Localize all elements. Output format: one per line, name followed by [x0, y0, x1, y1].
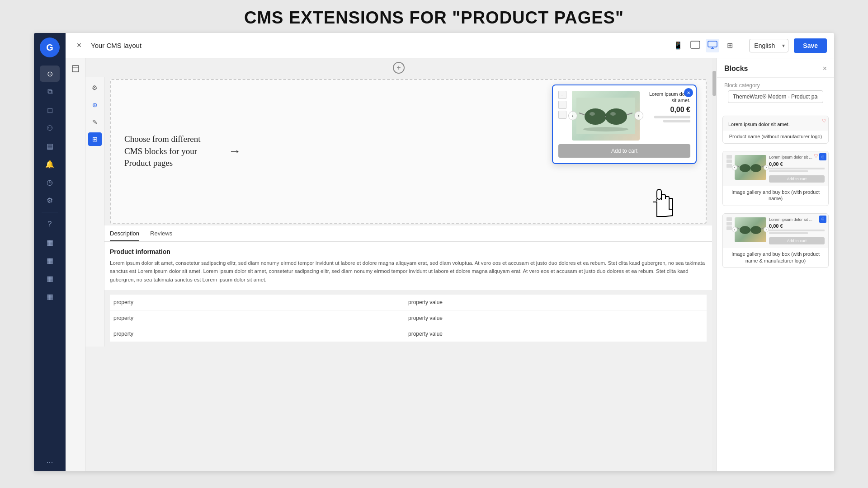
sidebar-item-store3[interactable]: ▦ — [40, 270, 60, 286]
canvas-add-icon[interactable]: ⊕ — [88, 98, 102, 112]
mini-product-image — [735, 155, 766, 180]
layout-panel — [66, 58, 85, 471]
sidebar-item-pages[interactable]: ◻ — [40, 102, 60, 118]
product-image-area: ‹ › — [572, 91, 640, 141]
block-preview-3: ‹ › Lorem ipsum dolor sit ... 0,00 € Add… — [723, 214, 828, 249]
annotation-arrow: → — [228, 144, 241, 159]
block-label-3: Image gallery and buy box (with product … — [723, 248, 828, 267]
main-container: G ⊙ ⧉ ◻ ⚇ ▤ 🔔 ◷ ⚙ ? ▦ — [34, 33, 834, 471]
users-icon: ⚇ — [47, 124, 53, 132]
svg-rect-17 — [665, 197, 669, 209]
sidebar-item-help[interactable]: ? — [40, 216, 60, 232]
mini-controls-3 — [726, 217, 732, 230]
canvas-scrollbar[interactable] — [712, 58, 717, 471]
dashboard-icon: ⊙ — [47, 70, 53, 78]
product-card-controls: ·· ·· ·· — [558, 91, 566, 141]
sidebar-item-users[interactable]: ⚇ — [40, 120, 60, 136]
grid-viewport-button[interactable]: ⊞ — [723, 39, 736, 52]
mini-nav-right-3[interactable]: › — [764, 227, 769, 232]
svg-point-27 — [740, 226, 750, 234]
svg-point-8 — [605, 108, 627, 125]
mini-info-3: Lorem ipsum dolor sit ... 0,00 € Add to … — [769, 217, 825, 245]
add-block-button[interactable]: + — [393, 62, 405, 74]
svg-rect-0 — [691, 41, 700, 48]
mini-image-container-3: ‹ › — [735, 217, 766, 242]
desktop-icon — [708, 41, 717, 51]
image-nav-right[interactable]: › — [634, 111, 643, 120]
scrollbar-thumb[interactable] — [712, 71, 716, 96]
canvas-selected-icon[interactable]: ⊞ — [88, 132, 102, 146]
grid-icon: ⊞ — [727, 41, 733, 50]
language-selector[interactable]: English German French — [749, 39, 788, 52]
block-category-select[interactable]: ThemeWare® Modern - Product page — [728, 90, 823, 103]
block-label-2: Image gallery and buy box (with product … — [723, 186, 828, 206]
properties-table: property property value property propert… — [110, 295, 707, 342]
sidebar-item-layers[interactable]: ⧉ — [40, 84, 60, 100]
top-bar: × Your CMS layout 📱 — [66, 33, 834, 58]
sidebar-item-store4[interactable]: ▦ — [40, 288, 60, 305]
store3-icon: ▦ — [47, 274, 53, 283]
prop-name-2: property — [113, 315, 408, 321]
sidebar-item-settings[interactable]: ⚙ — [40, 192, 60, 208]
block-item-gallery-buybox[interactable]: ‹ › Lorem ipsum dolor sit ... 0,00 € Add… — [722, 151, 829, 206]
sidebar-item-marketing[interactable]: 🔔 — [40, 156, 60, 172]
desktop-viewport-button[interactable] — [706, 39, 719, 52]
tablet-viewport-button[interactable] — [689, 39, 702, 52]
mini-line-3b — [769, 232, 808, 234]
mini-line-3a — [769, 230, 825, 231]
block-item-product-name[interactable]: Lorem ipsum dolor sit amet. ♡ Product na… — [722, 116, 829, 144]
mini-price-3: 0,00 € — [769, 223, 825, 229]
layout-panel-icon[interactable] — [69, 62, 82, 75]
canvas-main-area: Choose from differentCMS blocks for your… — [104, 77, 712, 347]
sidebar-item-analytics[interactable]: ◷ — [40, 174, 60, 190]
save-button[interactable]: Save — [794, 38, 827, 53]
block-category-wrapper: ThemeWare® Modern - Product page — [722, 90, 829, 108]
canvas-edit-icon[interactable]: ✎ — [88, 115, 102, 129]
prop-name-1: property — [113, 299, 408, 305]
detail-line-2 — [663, 120, 690, 122]
ctrl-btn-1[interactable]: ·· — [558, 91, 566, 99]
blocks-close-button[interactable]: × — [823, 65, 827, 73]
blocks-panel-header: Blocks × — [717, 58, 834, 78]
tab-description[interactable]: Description — [110, 230, 139, 241]
canvas-add-row: + — [85, 58, 712, 77]
mini-nav-left-2[interactable]: ‹ — [732, 165, 737, 170]
sidebar-divider — [42, 212, 58, 212]
mini-controls — [726, 155, 732, 168]
product-name: Lorem ipsum dolor sit amet. — [645, 91, 690, 104]
sidebar-logo[interactable]: G — [40, 38, 60, 57]
sidebar-more[interactable]: ··· — [46, 457, 53, 467]
sidebar-item-content[interactable]: ▤ — [40, 138, 60, 154]
tab-reviews[interactable]: Reviews — [150, 230, 172, 241]
table-row: property property value — [110, 295, 707, 310]
product-section: Choose from differentCMS blocks for your… — [110, 79, 707, 224]
product-detail-lines — [645, 116, 690, 122]
prop-value-3: property value — [408, 331, 703, 337]
block-item-gallery-manufacturer[interactable]: ‹ › Lorem ipsum dolor sit ... 0,00 € Add… — [722, 213, 829, 268]
block-preview-2: ‹ › Lorem ipsum dolor sit ... 0,00 € Add… — [723, 151, 828, 186]
close-icon: × — [77, 41, 82, 50]
canvas-settings-icon[interactable]: ⚙ — [88, 81, 102, 94]
card-close-button[interactable]: ✕ — [684, 88, 693, 97]
sidebar-item-store1[interactable]: ▦ — [40, 234, 60, 250]
mini-nav-right-2[interactable]: › — [764, 165, 769, 170]
ctrl-btn-3[interactable]: ·· — [558, 111, 566, 119]
content-icon: ▤ — [47, 142, 53, 150]
image-nav-left[interactable]: ‹ — [568, 111, 577, 120]
add-to-cart-button[interactable]: Add to cart — [558, 144, 690, 158]
mini-price-2: 0,00 € — [769, 161, 825, 167]
close-button[interactable]: × — [73, 39, 85, 52]
left-sidebar: G ⊙ ⧉ ◻ ⚇ ▤ 🔔 ◷ ⚙ ? ▦ — [34, 33, 66, 471]
layers-icon: ⧉ — [47, 88, 52, 96]
mini-add-cart-2[interactable]: Add to cart — [769, 175, 825, 183]
mobile-viewport-button[interactable]: 📱 — [671, 39, 685, 52]
sidebar-item-dashboard[interactable]: ⊙ — [40, 66, 60, 82]
mini-ctrl-3 — [726, 164, 732, 168]
sidebar-item-store2[interactable]: ▦ — [40, 252, 60, 268]
mini-nav-left-3[interactable]: ‹ — [732, 227, 737, 232]
mini-add-cart-3[interactable]: Add to cart — [769, 237, 825, 244]
svg-point-7 — [585, 108, 606, 125]
language-select[interactable]: English German French — [749, 39, 788, 52]
ctrl-btn-2[interactable]: ·· — [558, 101, 566, 109]
mini-line-2 — [769, 170, 808, 172]
